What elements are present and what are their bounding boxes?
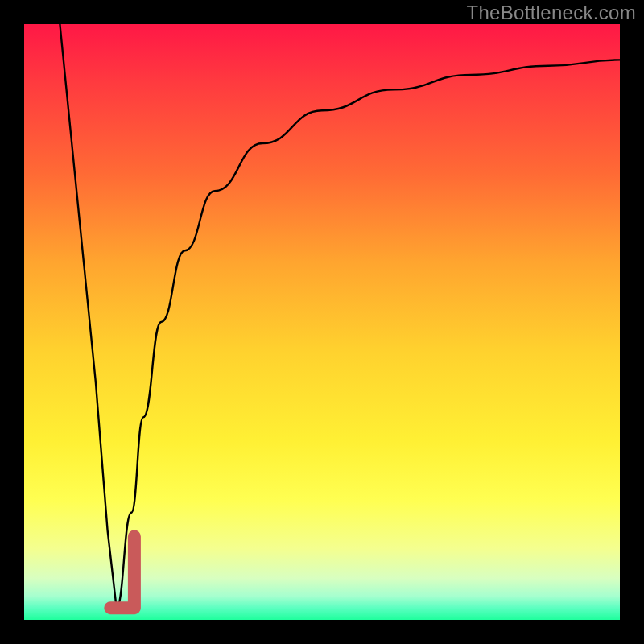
chart-container: TheBottleneck.com (0, 0, 644, 644)
plot-area (24, 24, 620, 620)
curves-svg (24, 24, 620, 620)
curve-right-rise (117, 60, 620, 608)
curve-left-descent (60, 24, 116, 608)
watermark-text: TheBottleneck.com (466, 2, 636, 24)
